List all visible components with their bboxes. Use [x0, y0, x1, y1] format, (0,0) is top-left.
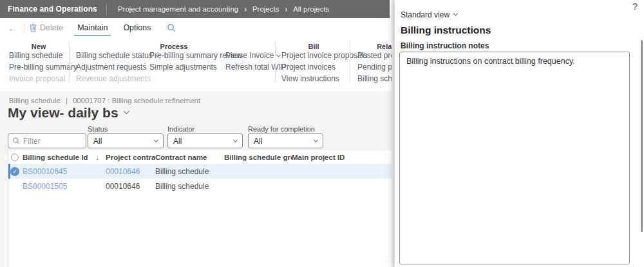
table-row[interactable]: BS00001505 00010646 Billing schedule [8, 179, 392, 193]
column-header-label: Billing schedule Id [23, 153, 88, 161]
screen: Finance and Operations Project managemen… [0, 0, 644, 267]
table-row[interactable]: ✓ BS00010645 00010646 Billing schedule [8, 164, 392, 179]
button-invoice-proposal: Invoice proposal [9, 74, 77, 84]
chevron-down-icon [154, 138, 158, 143]
search-icon[interactable] [167, 24, 176, 32]
billing-instruction-notes-field[interactable]: Billing instructions on contract billing… [399, 52, 630, 264]
column-header-billing-schedule-group[interactable]: Billing schedule group [224, 153, 292, 161]
back-button[interactable]: ← [8, 23, 17, 33]
command-bar: ← Delete Maintain Options [0, 18, 392, 37]
breadcrumb-module[interactable]: Project management and accounting [118, 5, 238, 13]
breadcrumb-page[interactable]: All projects [293, 5, 329, 13]
chevron-down-icon [233, 138, 238, 143]
button-adjustment-requests[interactable]: Adjustment requests [76, 62, 159, 72]
project-contract-id-link[interactable]: 00010646 [106, 167, 155, 176]
breadcrumb: Project management and accounting › Proj… [107, 5, 329, 13]
chevron-down-icon [314, 138, 318, 143]
record-breadcrumb-separator: | [66, 97, 68, 104]
project-contract-id-cell: 00010646 [106, 182, 155, 191]
button-view-instructions[interactable]: View instructions [281, 74, 367, 84]
ribbon-column-bill: Project invoice proposals Project invoic… [281, 50, 367, 84]
select-all-checkbox[interactable] [11, 153, 19, 161]
delete-button[interactable]: Delete [30, 23, 63, 32]
button-pending-project[interactable]: Pending proj [357, 62, 392, 72]
status-filter-select[interactable]: All [88, 134, 164, 148]
page-content: Billing schedule | 00001707 : Billing sc… [0, 91, 392, 267]
column-header-main-project-id[interactable]: Main project ID [292, 153, 392, 161]
check-icon: ✓ [12, 168, 17, 175]
ribbon-divider [350, 42, 350, 82]
button-pre-billing-summary[interactable]: Pre-billing summary [9, 62, 77, 72]
button-pause-invoice[interactable]: Pause Invoice [225, 50, 286, 61]
sort-descending-icon[interactable]: ↓ [96, 153, 100, 161]
chevron-right-icon: › [244, 5, 247, 14]
button-posted-project[interactable]: Posted proje [357, 50, 392, 61]
group-title-related: Related [357, 43, 392, 50]
breadcrumb-area[interactable]: Projects [252, 5, 279, 13]
ribbon-divider [275, 42, 276, 82]
record-breadcrumb: Billing schedule | 00001707 : Billing sc… [9, 97, 200, 104]
column-header-contract-name[interactable]: Contract name [155, 153, 224, 161]
tab-maintain[interactable]: Maintain [76, 19, 109, 37]
view-title-label: My view- daily bs [8, 105, 118, 121]
contract-name-cell: Billing schedule [155, 167, 224, 176]
ribbon-column-process-3: Pause Invoice Refresh total WIP [225, 50, 286, 72]
indicator-filter-select[interactable]: All [167, 134, 243, 148]
panel-scrollbar[interactable] [641, 40, 643, 232]
command-bar-divider [24, 23, 24, 33]
panel-title: Billing instructions [401, 25, 491, 36]
app-name[interactable]: Finance and Operations [0, 5, 106, 14]
button-billing-schedule-status[interactable]: Billing schedule status [76, 50, 159, 61]
view-title[interactable]: My view- daily bs [8, 105, 129, 121]
indicator-filter-label: Indicator [167, 125, 194, 133]
panel-view-selector[interactable]: Standard view [401, 10, 457, 19]
delete-button-label: Delete [40, 23, 63, 32]
contract-name-cell: Billing schedule [155, 182, 224, 191]
button-billing-schedule[interactable]: Billing schedule [9, 50, 77, 61]
ribbon-column-related: Posted proje Pending proj Billing sched [357, 50, 392, 84]
indicator-filter-value: All [168, 137, 234, 146]
chevron-down-icon [276, 52, 281, 57]
billing-instruction-notes-label: Billing instruction notes [401, 41, 489, 50]
trash-icon [30, 24, 37, 32]
status-filter-value: All [88, 137, 155, 146]
group-title-process: Process [76, 43, 272, 50]
filter-placeholder: Filter [20, 137, 41, 146]
chevron-down-icon [123, 108, 129, 114]
tab-options[interactable]: Options [122, 19, 152, 37]
top-navigation-bar: Finance and Operations Project managemen… [0, 0, 390, 18]
button-label: Billing schedule status [76, 50, 153, 61]
billing-instructions-panel: ? Standard view Billing instructions Bil… [395, 0, 644, 267]
record-id-title: 00001707 : Billing schedule refinement [73, 97, 200, 104]
ready-filter-value: All [249, 137, 314, 146]
grid-header-row: Billing schedule Id ↓ Project contract I… [8, 150, 392, 164]
ready-filter-select[interactable]: All [248, 134, 323, 148]
group-title-new: New [9, 43, 68, 50]
action-pane: New Process Bill Related Billing schedul… [0, 37, 392, 91]
button-revenue-adjustments: Revenue adjustments [76, 74, 159, 84]
billing-schedule-grid: Billing schedule Id ↓ Project contract I… [8, 150, 392, 267]
status-filter-label: Status [88, 125, 108, 133]
search-icon [13, 137, 20, 144]
chevron-right-icon: › [285, 5, 287, 14]
button-billing-schedule-related[interactable]: Billing sched [357, 74, 392, 84]
record-entity: Billing schedule [9, 97, 61, 104]
group-title-bill: Bill [281, 43, 346, 50]
button-label: Pause Invoice [225, 50, 274, 61]
chevron-down-icon [453, 11, 458, 15]
ribbon-column-new: Billing schedule Pre-billing summary Inv… [9, 50, 77, 84]
ready-filter-label: Ready for completion [248, 125, 315, 133]
ribbon-divider [69, 42, 70, 82]
column-header-billing-schedule-id[interactable]: Billing schedule Id ↓ [23, 153, 106, 161]
grid-filter-input[interactable]: Filter [8, 134, 86, 148]
row-selected-checkbox[interactable]: ✓ [10, 167, 19, 176]
billing-schedule-id-link[interactable]: BS00010645 [23, 167, 106, 176]
main-app-window: Finance and Operations Project managemen… [0, 0, 392, 267]
billing-schedule-id-link[interactable]: BS00001505 [23, 182, 106, 191]
column-header-project-contract-id[interactable]: Project contract ID [106, 153, 155, 161]
panel-view-selector-label: Standard view [401, 10, 450, 19]
button-project-invoices[interactable]: Project invoices [281, 62, 367, 72]
help-icon[interactable]: ? [632, 1, 638, 12]
button-refresh-total-wip[interactable]: Refresh total WIP [225, 62, 286, 72]
button-project-invoice-proposals[interactable]: Project invoice proposals [281, 50, 367, 61]
